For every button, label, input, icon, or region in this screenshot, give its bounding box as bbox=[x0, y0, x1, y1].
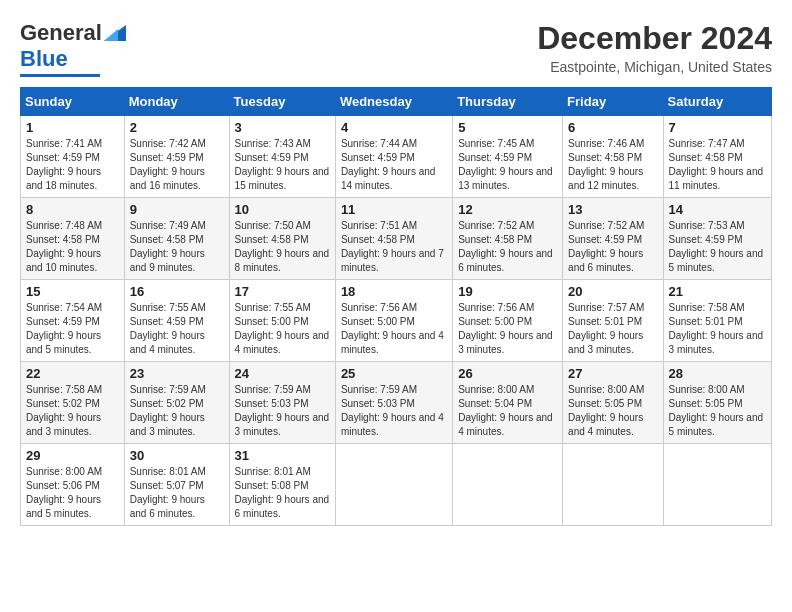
calendar-week-row: 15 Sunrise: 7:54 AM Sunset: 4:59 PM Dayl… bbox=[21, 280, 772, 362]
title-area: December 2024 Eastpointe, Michigan, Unit… bbox=[537, 20, 772, 75]
svg-marker-1 bbox=[104, 29, 118, 41]
logo-icon bbox=[104, 25, 126, 41]
day-info: Sunrise: 7:52 AM Sunset: 4:58 PM Dayligh… bbox=[458, 219, 557, 275]
day-number: 9 bbox=[130, 202, 224, 217]
day-number: 16 bbox=[130, 284, 224, 299]
day-number: 30 bbox=[130, 448, 224, 463]
header-day-friday: Friday bbox=[563, 88, 663, 116]
day-number: 5 bbox=[458, 120, 557, 135]
day-number: 6 bbox=[568, 120, 657, 135]
logo-text-general: General bbox=[20, 20, 102, 46]
calendar-cell: 31 Sunrise: 8:01 AM Sunset: 5:08 PM Dayl… bbox=[229, 444, 335, 526]
calendar-cell: 30 Sunrise: 8:01 AM Sunset: 5:07 PM Dayl… bbox=[124, 444, 229, 526]
day-info: Sunrise: 7:49 AM Sunset: 4:58 PM Dayligh… bbox=[130, 219, 224, 275]
day-info: Sunrise: 7:48 AM Sunset: 4:58 PM Dayligh… bbox=[26, 219, 119, 275]
calendar-table: SundayMondayTuesdayWednesdayThursdayFrid… bbox=[20, 87, 772, 526]
day-info: Sunrise: 7:59 AM Sunset: 5:03 PM Dayligh… bbox=[341, 383, 447, 439]
day-info: Sunrise: 7:55 AM Sunset: 5:00 PM Dayligh… bbox=[235, 301, 330, 357]
day-number: 20 bbox=[568, 284, 657, 299]
calendar-cell bbox=[335, 444, 452, 526]
day-info: Sunrise: 7:50 AM Sunset: 4:58 PM Dayligh… bbox=[235, 219, 330, 275]
calendar-cell bbox=[453, 444, 563, 526]
day-info: Sunrise: 7:44 AM Sunset: 4:59 PM Dayligh… bbox=[341, 137, 447, 193]
calendar-cell: 8 Sunrise: 7:48 AM Sunset: 4:58 PM Dayli… bbox=[21, 198, 125, 280]
day-number: 15 bbox=[26, 284, 119, 299]
calendar-cell bbox=[663, 444, 771, 526]
calendar-header-row: SundayMondayTuesdayWednesdayThursdayFrid… bbox=[21, 88, 772, 116]
day-info: Sunrise: 8:01 AM Sunset: 5:07 PM Dayligh… bbox=[130, 465, 224, 521]
day-number: 13 bbox=[568, 202, 657, 217]
calendar-cell: 23 Sunrise: 7:59 AM Sunset: 5:02 PM Dayl… bbox=[124, 362, 229, 444]
day-number: 11 bbox=[341, 202, 447, 217]
calendar-cell: 2 Sunrise: 7:42 AM Sunset: 4:59 PM Dayli… bbox=[124, 116, 229, 198]
day-info: Sunrise: 7:54 AM Sunset: 4:59 PM Dayligh… bbox=[26, 301, 119, 357]
day-info: Sunrise: 7:55 AM Sunset: 4:59 PM Dayligh… bbox=[130, 301, 224, 357]
day-number: 2 bbox=[130, 120, 224, 135]
header-day-sunday: Sunday bbox=[21, 88, 125, 116]
calendar-cell bbox=[563, 444, 663, 526]
calendar-cell: 29 Sunrise: 8:00 AM Sunset: 5:06 PM Dayl… bbox=[21, 444, 125, 526]
calendar-cell: 26 Sunrise: 8:00 AM Sunset: 5:04 PM Dayl… bbox=[453, 362, 563, 444]
calendar-cell: 28 Sunrise: 8:00 AM Sunset: 5:05 PM Dayl… bbox=[663, 362, 771, 444]
calendar-week-row: 22 Sunrise: 7:58 AM Sunset: 5:02 PM Dayl… bbox=[21, 362, 772, 444]
day-info: Sunrise: 7:51 AM Sunset: 4:58 PM Dayligh… bbox=[341, 219, 447, 275]
calendar-week-row: 8 Sunrise: 7:48 AM Sunset: 4:58 PM Dayli… bbox=[21, 198, 772, 280]
day-info: Sunrise: 7:52 AM Sunset: 4:59 PM Dayligh… bbox=[568, 219, 657, 275]
calendar-cell: 22 Sunrise: 7:58 AM Sunset: 5:02 PM Dayl… bbox=[21, 362, 125, 444]
calendar-cell: 27 Sunrise: 8:00 AM Sunset: 5:05 PM Dayl… bbox=[563, 362, 663, 444]
day-number: 17 bbox=[235, 284, 330, 299]
calendar-cell: 24 Sunrise: 7:59 AM Sunset: 5:03 PM Dayl… bbox=[229, 362, 335, 444]
calendar-cell: 20 Sunrise: 7:57 AM Sunset: 5:01 PM Dayl… bbox=[563, 280, 663, 362]
month-title: December 2024 bbox=[537, 20, 772, 57]
header-day-tuesday: Tuesday bbox=[229, 88, 335, 116]
day-number: 21 bbox=[669, 284, 766, 299]
day-info: Sunrise: 7:59 AM Sunset: 5:03 PM Dayligh… bbox=[235, 383, 330, 439]
header-day-saturday: Saturday bbox=[663, 88, 771, 116]
day-info: Sunrise: 8:00 AM Sunset: 5:05 PM Dayligh… bbox=[669, 383, 766, 439]
calendar-cell: 13 Sunrise: 7:52 AM Sunset: 4:59 PM Dayl… bbox=[563, 198, 663, 280]
day-info: Sunrise: 7:43 AM Sunset: 4:59 PM Dayligh… bbox=[235, 137, 330, 193]
day-number: 7 bbox=[669, 120, 766, 135]
day-info: Sunrise: 7:42 AM Sunset: 4:59 PM Dayligh… bbox=[130, 137, 224, 193]
calendar-cell: 5 Sunrise: 7:45 AM Sunset: 4:59 PM Dayli… bbox=[453, 116, 563, 198]
calendar-cell: 21 Sunrise: 7:58 AM Sunset: 5:01 PM Dayl… bbox=[663, 280, 771, 362]
day-number: 22 bbox=[26, 366, 119, 381]
day-number: 3 bbox=[235, 120, 330, 135]
day-number: 29 bbox=[26, 448, 119, 463]
calendar-cell: 12 Sunrise: 7:52 AM Sunset: 4:58 PM Dayl… bbox=[453, 198, 563, 280]
day-number: 28 bbox=[669, 366, 766, 381]
day-number: 26 bbox=[458, 366, 557, 381]
calendar-cell: 11 Sunrise: 7:51 AM Sunset: 4:58 PM Dayl… bbox=[335, 198, 452, 280]
day-number: 24 bbox=[235, 366, 330, 381]
day-info: Sunrise: 7:59 AM Sunset: 5:02 PM Dayligh… bbox=[130, 383, 224, 439]
calendar-cell: 16 Sunrise: 7:55 AM Sunset: 4:59 PM Dayl… bbox=[124, 280, 229, 362]
calendar-cell: 19 Sunrise: 7:56 AM Sunset: 5:00 PM Dayl… bbox=[453, 280, 563, 362]
calendar-week-row: 1 Sunrise: 7:41 AM Sunset: 4:59 PM Dayli… bbox=[21, 116, 772, 198]
calendar-body: 1 Sunrise: 7:41 AM Sunset: 4:59 PM Dayli… bbox=[21, 116, 772, 526]
calendar-cell: 18 Sunrise: 7:56 AM Sunset: 5:00 PM Dayl… bbox=[335, 280, 452, 362]
day-info: Sunrise: 7:53 AM Sunset: 4:59 PM Dayligh… bbox=[669, 219, 766, 275]
header-day-monday: Monday bbox=[124, 88, 229, 116]
calendar-cell: 7 Sunrise: 7:47 AM Sunset: 4:58 PM Dayli… bbox=[663, 116, 771, 198]
day-number: 14 bbox=[669, 202, 766, 217]
calendar-cell: 4 Sunrise: 7:44 AM Sunset: 4:59 PM Dayli… bbox=[335, 116, 452, 198]
day-number: 25 bbox=[341, 366, 447, 381]
day-info: Sunrise: 7:46 AM Sunset: 4:58 PM Dayligh… bbox=[568, 137, 657, 193]
calendar-cell: 15 Sunrise: 7:54 AM Sunset: 4:59 PM Dayl… bbox=[21, 280, 125, 362]
calendar-week-row: 29 Sunrise: 8:00 AM Sunset: 5:06 PM Dayl… bbox=[21, 444, 772, 526]
calendar-cell: 9 Sunrise: 7:49 AM Sunset: 4:58 PM Dayli… bbox=[124, 198, 229, 280]
day-info: Sunrise: 8:00 AM Sunset: 5:06 PM Dayligh… bbox=[26, 465, 119, 521]
calendar-cell: 6 Sunrise: 7:46 AM Sunset: 4:58 PM Dayli… bbox=[563, 116, 663, 198]
calendar-cell: 1 Sunrise: 7:41 AM Sunset: 4:59 PM Dayli… bbox=[21, 116, 125, 198]
day-number: 4 bbox=[341, 120, 447, 135]
location-title: Eastpointe, Michigan, United States bbox=[537, 59, 772, 75]
day-info: Sunrise: 8:00 AM Sunset: 5:05 PM Dayligh… bbox=[568, 383, 657, 439]
day-info: Sunrise: 7:56 AM Sunset: 5:00 PM Dayligh… bbox=[341, 301, 447, 357]
day-info: Sunrise: 7:57 AM Sunset: 5:01 PM Dayligh… bbox=[568, 301, 657, 357]
calendar-cell: 3 Sunrise: 7:43 AM Sunset: 4:59 PM Dayli… bbox=[229, 116, 335, 198]
logo-line bbox=[20, 74, 100, 77]
day-info: Sunrise: 7:58 AM Sunset: 5:02 PM Dayligh… bbox=[26, 383, 119, 439]
day-number: 1 bbox=[26, 120, 119, 135]
header-day-wednesday: Wednesday bbox=[335, 88, 452, 116]
day-info: Sunrise: 7:56 AM Sunset: 5:00 PM Dayligh… bbox=[458, 301, 557, 357]
